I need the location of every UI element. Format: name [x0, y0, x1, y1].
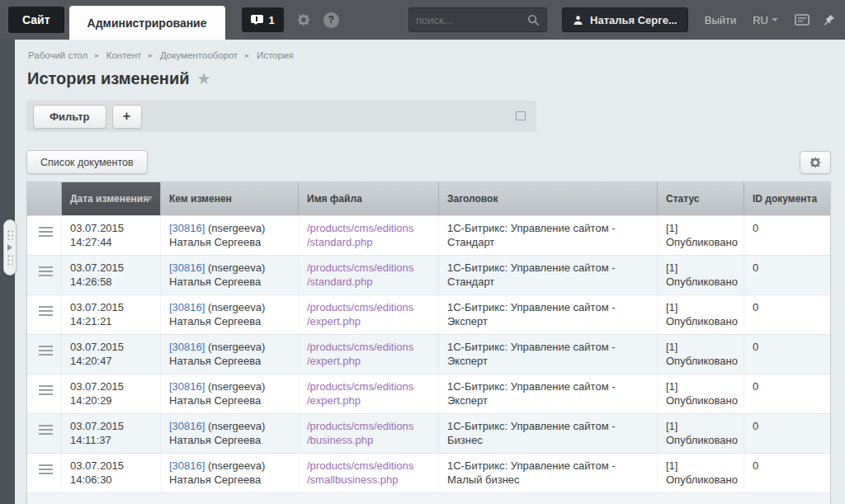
row-date: 03.07.2015 [70, 261, 152, 276]
filter-button[interactable]: Фильтр [33, 105, 106, 129]
header-user[interactable]: Кем изменен [161, 182, 299, 215]
row-user-login: (nsergeeva) [208, 459, 265, 472]
table-row: 03.07.201514:06:30 [30816] (nsergeeva)На… [27, 453, 830, 492]
row-doc-id: 0 [744, 454, 830, 492]
tab-site[interactable]: Сайт [8, 7, 64, 33]
user-id-link[interactable]: [30816] [169, 301, 205, 313]
add-filter-button[interactable]: + [112, 105, 142, 129]
row-menu-icon[interactable] [39, 425, 53, 435]
user-id-link[interactable]: [30816] [169, 261, 205, 274]
left-menu-toggle[interactable] [3, 219, 17, 276]
header-menu-column [27, 182, 62, 215]
breadcrumb-separator-icon: ▸ [245, 51, 249, 59]
hotkeys-panel-icon[interactable] [795, 14, 810, 26]
row-date: 03.07.2015 [70, 420, 152, 434]
table-row: 03.07.201514:21:21 [30816] (nsergeeva)На… [27, 294, 830, 334]
notifications-button[interactable]: 1 [242, 7, 284, 32]
drag-dots-icon [7, 230, 13, 240]
favorite-star-icon[interactable]: ★ [197, 69, 211, 88]
search-input[interactable] [416, 14, 527, 26]
user-id-link[interactable]: [30816] [169, 420, 205, 432]
user-id-link[interactable]: [30816] [169, 222, 205, 234]
tab-document-list[interactable]: Список документов [26, 150, 148, 174]
row-user-login: (nsergeeva) [208, 222, 265, 234]
user-id-link[interactable]: [30816] [169, 341, 205, 353]
search-box[interactable] [408, 7, 547, 32]
breadcrumb-workflow[interactable]: Документооборот [160, 50, 238, 60]
row-time: 14:27:44 [70, 236, 152, 250]
filter-settings-icon[interactable] [516, 111, 526, 120]
user-menu-button[interactable]: Наталья Серге... [562, 7, 688, 32]
row-doc-id: 0 [744, 295, 830, 334]
row-menu-icon[interactable] [39, 346, 53, 356]
row-menu-icon[interactable] [39, 266, 53, 276]
header-status[interactable]: Статус [658, 182, 744, 215]
drag-dots-icon [7, 255, 13, 265]
notification-bubble-icon [251, 15, 263, 26]
row-title: 1С-Битрикс: Управление сайтом - Малый би… [439, 454, 658, 492]
settings-gear-icon[interactable] [297, 13, 310, 26]
file-link[interactable]: /products/cms/editions/business.php [307, 420, 413, 446]
row-status: [1] Опубликовано [658, 414, 744, 453]
row-menu-icon[interactable] [39, 306, 53, 316]
chevron-down-icon [772, 18, 778, 25]
tab-administration[interactable]: Администрирование [69, 6, 225, 40]
grid-settings-button[interactable] [800, 151, 831, 174]
row-menu-icon[interactable] [39, 464, 53, 474]
top-bar: Сайт Администрирование 1 ? Наталья Серге… [0, 0, 845, 40]
row-date: 03.07.2015 [70, 380, 152, 394]
row-user-login: (nsergeeva) [208, 380, 265, 393]
file-link[interactable]: /products/cms/editions/standard.php [307, 222, 413, 248]
logout-link[interactable]: Выйти [705, 14, 737, 26]
row-status: [1] Опубликовано [658, 454, 744, 492]
row-date: 03.07.2015 [70, 459, 152, 473]
row-menu-icon[interactable] [39, 385, 53, 395]
pin-icon[interactable] [823, 14, 835, 26]
breadcrumb-separator-icon: ▸ [95, 51, 99, 59]
row-time: 14:26:58 [70, 276, 152, 290]
help-icon[interactable]: ? [323, 12, 339, 28]
row-user-name: Наталья Сергеева [169, 236, 290, 250]
search-icon [527, 14, 540, 26]
breadcrumb-content[interactable]: Контент [106, 50, 142, 60]
row-doc-id: 0 [744, 374, 830, 413]
breadcrumb-desktop[interactable]: Рабочий стол [28, 50, 87, 60]
row-title: 1С-Битрикс: Управление сайтом - Стандарт [439, 216, 658, 255]
row-time: 14:06:30 [70, 473, 152, 488]
file-link[interactable]: /products/cms/editions/standard.php [307, 261, 413, 288]
breadcrumb-history[interactable]: История [257, 50, 294, 60]
table-row: 03.07.201514:11:37 [30816] (nsergeeva)На… [27, 413, 830, 453]
row-user-name: Наталья Сергеева [169, 473, 290, 488]
header-date[interactable]: Дата изменения [62, 182, 161, 215]
header-id[interactable]: ID документа [744, 182, 830, 215]
row-user-login: (nsergeeva) [208, 261, 265, 274]
file-link[interactable]: /products/cms/editions/expert.php [307, 380, 413, 407]
row-time: 14:20:29 [70, 394, 152, 408]
row-status: [1] Опубликовано [658, 295, 744, 334]
table-footer-strip [26, 492, 831, 504]
header-title[interactable]: Заголовок [439, 182, 658, 215]
expand-arrow-icon [7, 244, 16, 251]
file-link[interactable]: /products/cms/editions/expert.php [307, 341, 413, 367]
row-status: [1] Опубликовано [658, 256, 744, 294]
table-row: 03.07.201514:26:58 [30816] (nsergeeva)На… [27, 255, 830, 294]
row-doc-id: 0 [744, 256, 830, 294]
content-area: Рабочий стол ▸ Контент ▸ Документооборот… [15, 40, 845, 504]
file-link[interactable]: /products/cms/editions/smallbusiness.php [307, 459, 413, 486]
row-date: 03.07.2015 [70, 341, 152, 355]
row-user-login: (nsergeeva) [208, 341, 265, 353]
row-doc-id: 0 [744, 414, 830, 453]
row-date: 03.07.2015 [70, 301, 152, 315]
left-menu-rail [0, 40, 15, 504]
user-id-link[interactable]: [30816] [169, 459, 205, 472]
main-area: Рабочий стол ▸ Контент ▸ Документооборот… [0, 40, 845, 504]
row-user-login: (nsergeeva) [208, 301, 265, 313]
language-selector[interactable]: RU [753, 14, 778, 26]
row-menu-icon[interactable] [39, 227, 53, 237]
user-id-link[interactable]: [30816] [169, 380, 205, 393]
filter-panel: Фильтр + [26, 101, 536, 132]
breadcrumb-separator-icon: ▸ [149, 51, 153, 59]
file-link[interactable]: /products/cms/editions/expert.php [307, 301, 413, 327]
header-file[interactable]: Имя файла [299, 182, 439, 215]
row-doc-id: 0 [744, 335, 830, 374]
